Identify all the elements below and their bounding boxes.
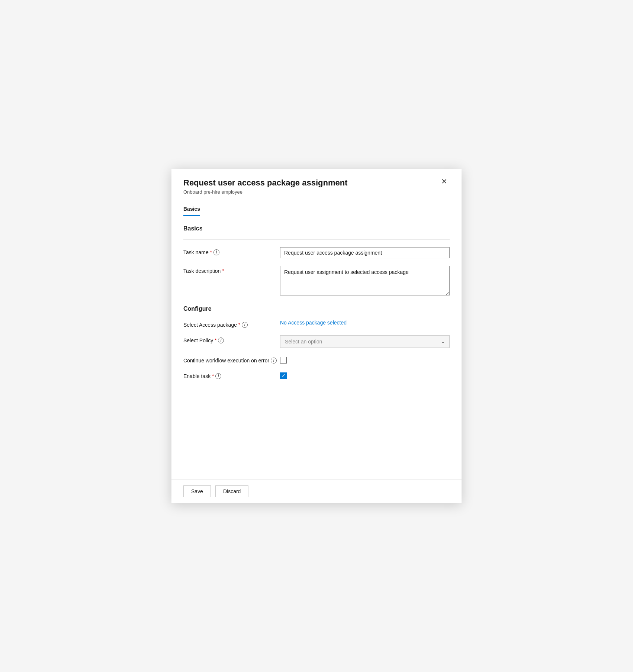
enable-task-required: * bbox=[212, 373, 214, 379]
dialog-title-block: Request user access package assignment O… bbox=[183, 178, 439, 195]
basics-divider bbox=[183, 239, 450, 240]
task-name-input[interactable] bbox=[280, 247, 450, 258]
tab-basics[interactable]: Basics bbox=[183, 202, 200, 216]
enable-task-checkbox[interactable]: ✓ bbox=[280, 372, 287, 379]
chevron-down-icon: ⌄ bbox=[441, 339, 445, 344]
task-description-row: Task description * Request user assignme… bbox=[183, 266, 450, 297]
enable-task-info-icon[interactable]: i bbox=[215, 373, 221, 379]
access-package-control: No Access package selected bbox=[280, 320, 450, 326]
no-access-package-link[interactable]: No Access package selected bbox=[280, 320, 347, 326]
select-policy-label: Select Policy * i bbox=[183, 335, 280, 343]
continue-on-error-row: Continue workflow execution on error i bbox=[183, 355, 450, 364]
basics-section-heading: Basics bbox=[183, 225, 450, 232]
close-button[interactable]: ✕ bbox=[439, 177, 450, 186]
dialog-title: Request user access package assignment bbox=[183, 178, 439, 188]
select-policy-row: Select Policy * i Select an option ⌄ bbox=[183, 335, 450, 348]
continue-on-error-label: Continue workflow execution on error i bbox=[183, 355, 280, 364]
policy-required: * bbox=[215, 337, 216, 343]
task-name-label: Task name * i bbox=[183, 247, 280, 255]
dialog-body: Basics Task name * i Task description * … bbox=[171, 216, 462, 479]
task-description-required: * bbox=[222, 268, 224, 274]
dialog-subtitle: Onboard pre-hire employee bbox=[183, 189, 439, 195]
check-icon: ✓ bbox=[282, 373, 286, 378]
enable-task-row: Enable task * i ✓ bbox=[183, 371, 450, 379]
task-name-row: Task name * i bbox=[183, 247, 450, 258]
configure-section-heading: Configure bbox=[183, 306, 450, 312]
continue-on-error-info-icon[interactable]: i bbox=[271, 358, 277, 364]
task-description-label: Task description * bbox=[183, 266, 280, 274]
select-policy-dropdown[interactable]: Select an option ⌄ bbox=[280, 335, 450, 348]
task-description-control: Request user assignment to selected acce… bbox=[280, 266, 450, 297]
enable-task-control: ✓ bbox=[280, 371, 450, 379]
task-name-info-icon[interactable]: i bbox=[213, 249, 219, 255]
dialog-header: Request user access package assignment O… bbox=[171, 169, 462, 199]
select-policy-placeholder: Select an option bbox=[285, 339, 322, 345]
access-package-info-icon[interactable]: i bbox=[242, 322, 248, 328]
configure-section: Configure Select Access package * i No A… bbox=[183, 306, 450, 379]
select-policy-control: Select an option ⌄ bbox=[280, 335, 450, 348]
enable-task-label: Enable task * i bbox=[183, 371, 280, 379]
select-access-package-label: Select Access package * i bbox=[183, 320, 280, 328]
task-description-textarea[interactable]: Request user assignment to selected acce… bbox=[280, 266, 450, 295]
access-package-required: * bbox=[238, 322, 240, 327]
save-button[interactable]: Save bbox=[183, 485, 211, 497]
task-name-required: * bbox=[210, 249, 212, 255]
dialog-footer: Save Discard bbox=[171, 479, 462, 503]
continue-on-error-control bbox=[280, 355, 450, 364]
continue-on-error-checkbox[interactable] bbox=[280, 357, 287, 364]
dialog: Request user access package assignment O… bbox=[171, 169, 462, 503]
task-name-control bbox=[280, 247, 450, 258]
policy-info-icon[interactable]: i bbox=[218, 337, 224, 343]
tabs-bar: Basics bbox=[171, 202, 462, 216]
select-access-package-row: Select Access package * i No Access pack… bbox=[183, 320, 450, 328]
discard-button[interactable]: Discard bbox=[215, 485, 248, 497]
